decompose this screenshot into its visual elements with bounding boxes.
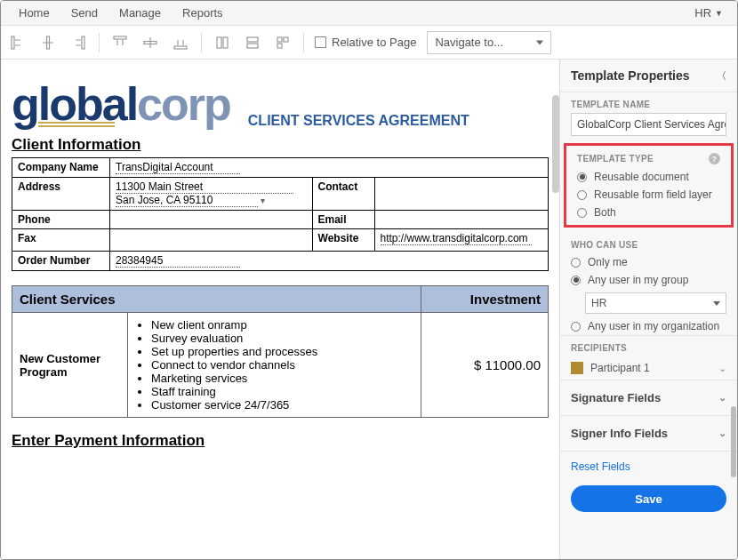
value-address1: 11300 Main Street xyxy=(116,180,293,194)
reset-fields-link[interactable]: Reset Fields xyxy=(560,452,737,482)
template-name-label: TEMPLATE NAME xyxy=(560,92,737,113)
list-item: Survey evaluation xyxy=(151,332,413,345)
label-company: Company Name xyxy=(12,158,110,178)
services-list: New client onramp Survey evaluation Set … xyxy=(135,318,413,412)
user-menu[interactable]: HR ▼ xyxy=(687,3,730,23)
menu-reports[interactable]: Reports xyxy=(172,3,234,23)
list-item: Set up properties and processes xyxy=(151,345,413,358)
match-width-icon[interactable] xyxy=(213,33,232,52)
label-email: Email xyxy=(312,211,374,229)
align-left-icon[interactable] xyxy=(8,33,28,52)
align-bottom-icon[interactable] xyxy=(171,33,190,52)
align-center-h-icon[interactable] xyxy=(38,33,58,52)
who-only-me[interactable]: Only me xyxy=(560,253,737,271)
match-height-icon[interactable] xyxy=(243,33,262,52)
services-header: Client Services xyxy=(12,286,421,313)
value-address2: San Jose, CA 95110 xyxy=(116,194,258,207)
signature-fields-accordion[interactable]: Signature Fields ⌄ xyxy=(560,380,737,416)
template-type-label: TEMPLATE TYPE xyxy=(577,154,654,164)
svg-rect-2 xyxy=(82,36,84,49)
who-my-group[interactable]: Any user in my group xyxy=(560,271,737,289)
menu-manage[interactable]: Manage xyxy=(108,3,172,23)
group-dropdown[interactable]: HR xyxy=(585,292,726,314)
align-right-icon[interactable] xyxy=(68,33,88,52)
navigate-dropdown[interactable]: Navigate to... xyxy=(427,31,551,54)
list-item: Connect to vendor channels xyxy=(151,358,413,372)
section-payment: Enter Payment Information xyxy=(12,432,549,450)
template-name-input[interactable]: GlobalCorp Client Services Agreement xyxy=(571,113,726,136)
relative-to-page-checkbox[interactable]: Relative to Page xyxy=(315,36,416,49)
section-client-info: Client Information xyxy=(12,136,549,154)
program-name: New Customer Program xyxy=(12,313,128,418)
panel-scrollbar[interactable] xyxy=(731,406,736,477)
ttype-reusable-doc[interactable]: Reusable document xyxy=(566,168,731,186)
signer-info-fields-accordion[interactable]: Signer Info Fields ⌄ xyxy=(560,416,737,452)
svg-rect-12 xyxy=(277,44,282,48)
who-option-label: Only me xyxy=(588,256,628,268)
radio-icon xyxy=(571,322,581,332)
align-middle-icon[interactable] xyxy=(140,33,160,52)
svg-rect-9 xyxy=(247,44,258,48)
document-title: CLIENT SERVICES AGREEMENT xyxy=(248,113,469,129)
recipient-row[interactable]: Participant 1 ⌄ xyxy=(560,356,737,380)
checkbox-icon xyxy=(315,36,326,48)
who-can-use-label: WHO CAN USE xyxy=(560,233,737,253)
align-top-icon[interactable] xyxy=(110,33,130,52)
ttype-option-label: Reusable document xyxy=(594,171,689,183)
value-order: 28384945 xyxy=(116,254,240,268)
menu-bar: Home Send Manage Reports HR ▼ xyxy=(1,1,737,26)
list-item: New client onramp xyxy=(151,318,413,332)
document-scrollbar[interactable] xyxy=(552,60,559,559)
accordion-label: Signature Fields xyxy=(571,391,661,404)
recipients-label: RECIPIENTS xyxy=(560,336,737,356)
investment-amount: $ 11000.00 xyxy=(421,313,549,418)
label-order: Order Number xyxy=(12,252,110,271)
who-option-label: Any user in my organization xyxy=(588,320,719,332)
properties-panel: Template Properties 〈 TEMPLATE NAME Glob… xyxy=(559,60,737,559)
value-website: http://www.transdigitalcorp.com xyxy=(381,232,532,245)
label-website: Website xyxy=(312,229,374,252)
ttype-option-label: Both xyxy=(594,206,616,219)
svg-rect-0 xyxy=(12,36,14,49)
svg-rect-10 xyxy=(277,37,282,42)
services-table: Client Services Investment New Customer … xyxy=(12,285,549,418)
document-canvas[interactable]: globalcorp CLIENT SERVICES AGREEMENT Cli… xyxy=(1,60,559,559)
list-item: Marketing services xyxy=(151,372,413,385)
label-contact: Contact xyxy=(312,178,374,211)
ttype-both[interactable]: Both xyxy=(566,204,731,221)
menu-home[interactable]: Home xyxy=(8,3,60,23)
logo-text-b: corp xyxy=(137,78,230,130)
relative-label: Relative to Page xyxy=(332,36,416,49)
collapse-panel-icon[interactable]: 〈 xyxy=(717,69,726,83)
panel-title: Template Properties xyxy=(571,68,690,83)
who-my-org[interactable]: Any user in my organization xyxy=(560,317,737,335)
svg-rect-7 xyxy=(223,37,228,48)
address-caret-icon: ▾ xyxy=(261,196,265,205)
help-icon[interactable]: ? xyxy=(709,153,720,164)
svg-rect-6 xyxy=(217,37,221,48)
menu-send[interactable]: Send xyxy=(60,3,108,23)
investment-header: Investment xyxy=(421,286,549,313)
navigate-label: Navigate to... xyxy=(435,36,503,49)
ttype-reusable-layer[interactable]: Reusable form field layer xyxy=(566,186,731,204)
svg-rect-3 xyxy=(114,36,126,39)
toolbar: Relative to Page Navigate to... xyxy=(1,26,737,60)
radio-icon xyxy=(571,258,581,268)
recipient-name: Participant 1 xyxy=(590,362,650,374)
list-item: Customer service 24/7/365 xyxy=(151,398,413,412)
list-item: Staff training xyxy=(151,385,413,398)
client-info-table: Company Name TransDigital Account Addres… xyxy=(12,157,549,271)
svg-rect-5 xyxy=(174,46,187,49)
value-company: TransDigital Account xyxy=(116,161,240,174)
svg-rect-8 xyxy=(247,37,258,42)
chevron-down-icon: ⌄ xyxy=(718,428,726,439)
chevron-down-icon: ⌄ xyxy=(718,392,726,404)
radio-icon xyxy=(577,190,587,200)
group-value: HR xyxy=(591,297,606,309)
save-button[interactable]: Save xyxy=(571,485,726,512)
radio-icon xyxy=(571,276,581,285)
radio-icon xyxy=(577,208,587,218)
caret-down-icon xyxy=(713,301,720,306)
radio-icon xyxy=(577,172,587,182)
match-both-icon[interactable] xyxy=(273,33,293,52)
